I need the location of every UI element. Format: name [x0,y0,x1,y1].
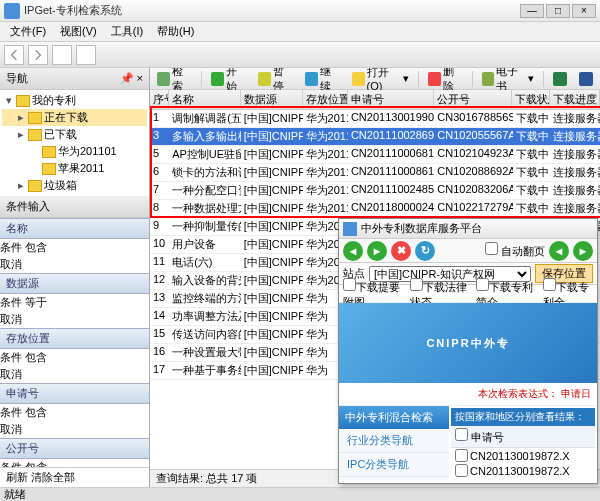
menu-bar: 文件(F) 视图(V) 工具(I) 帮助(H) [0,22,600,42]
menu-file[interactable]: 文件(F) [4,22,52,41]
table-row[interactable]: 5AP控制UE驻留的[中国]CNIPF华为2011ICN201110006816… [150,146,600,164]
page-nav: 中外专利混合检索 行业分类导航 IPC分类导航 [339,406,449,480]
menu-help[interactable]: 帮助(H) [151,22,200,41]
window-title: IPGet-专利检索系统 [24,3,520,18]
close-button[interactable]: × [572,4,596,18]
nav-header: 导航 📌 × [0,68,149,90]
cond-input-header[interactable]: 条件输入 [0,196,149,218]
cnipr-banner: CNIPR中外专 [339,303,597,383]
title-bar: IPGet-专利检索系统 — □ × [0,0,600,22]
table-row[interactable]: 8一种数据处理方法[中国]CNIPF华为2011ICN201180000247.… [150,200,600,218]
tree-item[interactable]: 苹果2011 [2,160,147,177]
pin-icon[interactable]: 📌 × [120,72,143,85]
tool-3[interactable] [52,45,72,65]
menu-view[interactable]: 视图(V) [54,22,103,41]
table-row[interactable]: 6锁卡的方法和设备[中国]CNIPF华为2011ICN201110008610.… [150,164,600,182]
btn-excel[interactable] [550,71,570,87]
result-row[interactable]: CN201130019872.X [451,448,595,463]
page-nav-header: 中外专利混合检索 [339,406,449,429]
menu-tools[interactable]: 工具(I) [105,22,149,41]
tree-item[interactable]: ▸垃圾箱 [2,177,147,194]
browser-icon [343,222,357,236]
col-src[interactable]: 数据源 [241,90,303,109]
table-row[interactable]: 1调制解调器(五)[中国]CNIPF华为2011ICN201130019905.… [150,110,600,128]
btn-word[interactable] [576,71,596,87]
browser-title: 中外专利数据库服务平台 [361,221,482,236]
col-loc[interactable]: 存放位置 [303,90,348,109]
nav-industry[interactable]: 行业分类导航 [339,429,449,453]
minimize-button[interactable]: — [520,4,544,18]
browser-toolbar: ◄ ► ✖ ↻ 自动翻页 ◄ ► [339,239,597,263]
tool-4[interactable] [76,45,96,65]
sidebar: 导航 📌 × ▾我的专利 ▸正在下载▸已下载华为201101苹果2011▸垃圾箱… [0,68,150,487]
col-name[interactable]: 名称 [169,90,241,109]
app-icon [4,3,20,19]
tool-forward[interactable] [28,45,48,65]
acc-row[interactable]: 取消 [0,421,149,438]
tree-root[interactable]: ▾我的专利 [2,92,147,109]
control-bar: 检索 开始 暂停 继续 打开(O) ▾ 删除 电子书 ▾ [150,68,600,90]
acc-header[interactable]: 存放位置 [0,328,149,349]
acc-row[interactable]: 取消 [0,256,149,273]
acc-header[interactable]: 名称 [0,218,149,239]
tree-item[interactable]: 华为201101 [2,143,147,160]
acc-row[interactable]: 条件 等于 [0,294,149,311]
page-right: 按国家和地区分别查看结果： 申请号 CN201130019872.X CN201… [449,406,597,480]
toolbar [0,42,600,68]
browser-window[interactable]: 中外专利数据库服务平台 ◄ ► ✖ ↻ 自动翻页 ◄ ► 站点 [中国]CNIP… [338,218,598,484]
tree-item[interactable]: ▸已下载 [2,126,147,143]
acc-footer[interactable]: 刷新 清除全部 [0,467,149,487]
col-seq[interactable]: 序号 [150,90,169,109]
acc-header[interactable]: 申请号 [0,383,149,404]
result-row[interactable]: CN201130019872.X [451,463,595,478]
nav-title: 导航 [6,71,28,86]
acc-row[interactable]: 条件 包含 [0,239,149,256]
bottom-bar: 就绪 [0,487,600,501]
col-app[interactable]: 申请号 [348,90,434,109]
nav-back[interactable]: ◄ [343,241,363,261]
nav-next[interactable]: ► [573,241,593,261]
tree: ▾我的专利 ▸正在下载▸已下载华为201101苹果2011▸垃圾箱 [0,90,149,196]
acc-row[interactable]: 取消 [0,311,149,328]
browser-page: CNIPR中外专 本次检索表达式： 申请日 中外专利混合检索 行业分类导航 IP… [339,303,597,483]
tool-back[interactable] [4,45,24,65]
table-row[interactable]: 7一种分配空口资源[中国]CNIPF华为2011ICN201110024853.… [150,182,600,200]
browser-title-bar[interactable]: 中外专利数据库服务平台 [339,219,597,239]
col-progress[interactable]: 下载进度 [550,90,600,109]
results-header: 按国家和地区分别查看结果： [451,408,595,426]
maximize-button[interactable]: □ [546,4,570,18]
grid-header: 序号 名称 数据源 存放位置 申请号 公开号 下载状态 下载进度 [150,90,600,110]
search-expr: 本次检索表达式： 申请日 [339,383,597,406]
results-col: 申请号 [451,426,595,448]
acc-header[interactable]: 公开号 [0,438,149,459]
nav-forward[interactable]: ► [367,241,387,261]
table-row[interactable]: 3多输入多输出模式[中国]CNIPF华为2011ICN201110028691.… [150,128,600,146]
tree-item[interactable]: ▸正在下载 [2,109,147,126]
nav-ipc[interactable]: IPC分类导航 [339,453,449,477]
browser-options: 下载提要附图 下载法律状态 下载专利简介 下载专利全 [339,285,597,303]
acc-row[interactable]: 条件 包含 [0,404,149,421]
auto-page-check[interactable]: 自动翻页 [485,242,545,259]
acc-row[interactable]: 条件 包含 [0,459,149,467]
col-pub[interactable]: 公开号 [434,90,512,109]
acc-row[interactable]: 取消 [0,366,149,383]
nav-prev[interactable]: ◄ [549,241,569,261]
nav-refresh[interactable]: ↻ [415,241,435,261]
acc-header[interactable]: 数据源 [0,273,149,294]
acc-row[interactable]: 条件 包含 [0,349,149,366]
accordion: 名称条件 包含取消数据源条件 等于取消存放位置条件 包含取消申请号条件 包含取消… [0,218,149,467]
nav-stop[interactable]: ✖ [391,241,411,261]
col-status[interactable]: 下载状态 [512,90,549,109]
